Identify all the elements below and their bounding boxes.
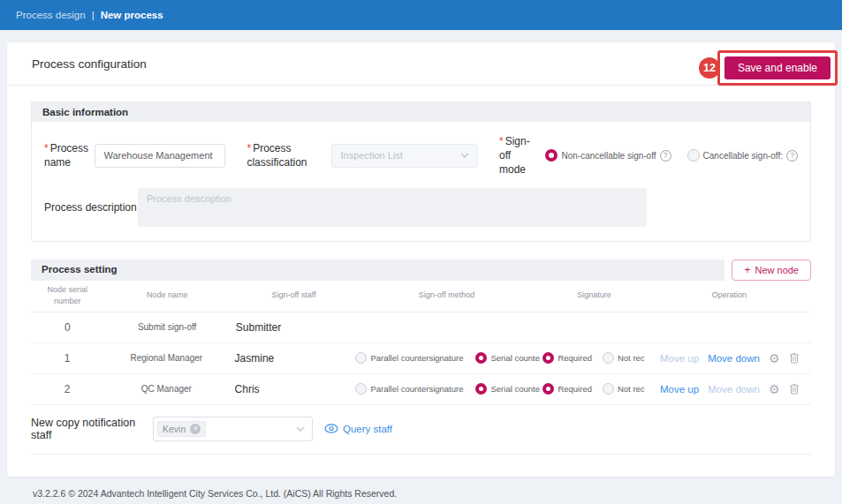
tag-close-icon[interactable]: ×: [190, 424, 201, 434]
radio-selected-icon[interactable]: [475, 383, 487, 395]
sign-off-staff: Submitter: [236, 321, 281, 334]
gear-icon[interactable]: ⚙: [769, 383, 780, 395]
chevron-down-icon: [296, 426, 305, 432]
col-sign-off-method: Sign-off method: [352, 286, 535, 305]
radio-selected-icon[interactable]: [542, 352, 554, 364]
radio-label: Parallel countersignature: [370, 353, 463, 363]
move-down-link[interactable]: Move down: [708, 353, 760, 364]
sign-off-staff: Jasmine: [235, 352, 275, 365]
radio-label: Required: [558, 384, 592, 394]
radio-label: Required: [558, 353, 592, 363]
required-mark: *: [44, 142, 49, 154]
annotation-step-badge: 12: [699, 57, 720, 79]
radio-label: Cancellable sign-off:: [703, 151, 783, 161]
col-operation: Operation: [647, 286, 811, 305]
basic-info-row-1: *Process name *Process classification In…: [44, 134, 798, 177]
move-down-link: Move down: [708, 384, 760, 395]
new-node-button[interactable]: + New node: [732, 260, 811, 281]
col-sign-off-staff: Sign-off staff: [231, 286, 353, 305]
process-classification-label: *Process classification: [247, 141, 324, 169]
query-staff-link[interactable]: Query staff: [324, 424, 392, 434]
node-name: QC Manager: [141, 384, 192, 394]
radio-unselected-icon[interactable]: [603, 352, 614, 364]
page-title: Process configuration: [32, 57, 147, 71]
radio-label: Parallel countersignature: [370, 384, 463, 394]
footer-copyright: v3.2.2.6 © 2024 Advantech Intelligent Ci…: [33, 488, 842, 499]
basic-information-section: Basic information *Process name *Process…: [31, 102, 811, 242]
help-icon[interactable]: ?: [786, 150, 798, 162]
process-name-input[interactable]: [95, 144, 225, 168]
sign-off-mode-label: *Sign-off mode: [499, 134, 538, 177]
radio-cancellable[interactable]: Cancellable sign-off: ?: [687, 149, 798, 162]
breadcrumb-new-process: New process: [101, 10, 163, 20]
radio-signature-not-required[interactable]: Not rec: [603, 383, 645, 395]
table-row: 2 QC Manager Chris Parallel countersigna…: [31, 374, 811, 405]
radio-label: Not rec: [618, 353, 645, 363]
breadcrumb-separator: |: [92, 10, 95, 20]
query-staff-label: Query staff: [343, 424, 392, 434]
radio-label: Not rec: [618, 384, 645, 394]
basic-information-header: Basic information: [32, 102, 810, 122]
plus-icon: +: [744, 264, 750, 276]
basic-info-row-2: Process description: [44, 188, 798, 227]
delete-icon[interactable]: [789, 383, 800, 395]
radio-label: Non-cancellable sign-off: [561, 151, 656, 161]
gear-icon[interactable]: ⚙: [769, 352, 780, 365]
radio-non-cancellable[interactable]: Non-cancellable sign-off ?: [545, 149, 671, 162]
copy-notification-row: New copy notification staff Kevin × Quer…: [31, 417, 811, 441]
radio-selected-icon[interactable]: [542, 383, 554, 395]
radio-unselected-icon[interactable]: [355, 383, 367, 395]
process-description-textarea[interactable]: [138, 188, 647, 227]
col-signature: Signature: [536, 286, 648, 305]
radio-signature-required[interactable]: Required: [542, 383, 592, 395]
process-setting-section: Process setting + New node Node serial n…: [31, 260, 811, 405]
bottom-divider: [31, 454, 811, 455]
radio-label: Serial counte: [490, 353, 539, 363]
breadcrumb-process-design[interactable]: Process design: [16, 10, 86, 20]
node-serial: 1: [31, 352, 103, 365]
radio-selected-icon[interactable]: [545, 149, 558, 162]
radio-selected-icon[interactable]: [475, 352, 487, 364]
save-and-enable-button[interactable]: Save and enable: [724, 56, 831, 79]
table-header-row: Node serial number Node name Sign-off st…: [31, 281, 811, 312]
annotation-overlay: 12 Save and enable: [699, 50, 838, 86]
radio-parallel-countersignature[interactable]: Parallel countersignature: [355, 352, 463, 364]
process-classification-select[interactable]: Inspection List: [331, 144, 477, 168]
annotation-highlight-box: Save and enable: [717, 50, 838, 86]
required-mark: *: [499, 135, 504, 147]
col-node-name: Node name: [103, 286, 230, 305]
radio-serial-countersignature[interactable]: Serial counte: [475, 352, 539, 364]
basic-information-body: *Process name *Process classification In…: [32, 122, 810, 241]
top-navigation-bar: Process design | New process: [0, 0, 842, 30]
process-classification-value: Inspection List: [340, 150, 402, 161]
col-node-serial: Node serial number: [31, 281, 103, 312]
radio-unselected-icon[interactable]: [687, 149, 700, 162]
sign-off-staff: Chris: [235, 383, 260, 395]
move-up-link[interactable]: Move up: [660, 384, 699, 395]
sign-off-mode-radio-group: Non-cancellable sign-off ? Cancellable s…: [545, 149, 798, 162]
help-icon[interactable]: ?: [660, 150, 671, 162]
process-name-label: *Process name: [44, 141, 95, 169]
radio-signature-not-required[interactable]: Not rec: [603, 352, 645, 364]
node-name: Regional Manager: [130, 353, 202, 363]
eye-icon: [324, 424, 338, 433]
process-configuration-card: 12 Save and enable Process configuration…: [7, 42, 835, 477]
radio-parallel-countersignature[interactable]: Parallel countersignature: [355, 383, 463, 395]
process-setting-header: Process setting: [31, 260, 724, 281]
required-mark: *: [247, 142, 251, 154]
radio-unselected-icon[interactable]: [355, 352, 367, 364]
table-row: 1 Regional Manager Jasmine Parallel coun…: [31, 343, 811, 374]
radio-label: Serial counte: [490, 384, 539, 394]
radio-unselected-icon[interactable]: [603, 383, 614, 395]
staff-tag: Kevin ×: [157, 421, 206, 437]
staff-tag-name: Kevin: [163, 424, 186, 434]
table-row: 0 Submit sign-off Submitter: [31, 312, 811, 343]
radio-serial-countersignature[interactable]: Serial counte: [475, 383, 539, 395]
process-setting-table: Node serial number Node name Sign-off st…: [31, 281, 811, 405]
chevron-down-icon: [460, 153, 469, 158]
copy-notification-label: New copy notification staff: [31, 417, 153, 441]
delete-icon[interactable]: [789, 352, 800, 364]
node-name: Submit sign-off: [138, 322, 197, 332]
copy-staff-select[interactable]: Kevin ×: [153, 417, 313, 441]
radio-signature-required[interactable]: Required: [542, 352, 592, 364]
